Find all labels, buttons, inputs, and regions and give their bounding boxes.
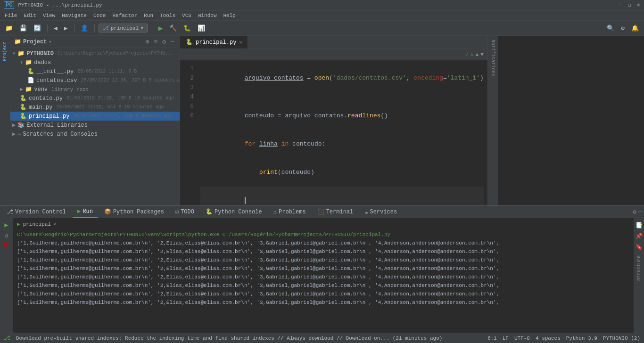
panel-locate-btn[interactable]: ⊕ — [144, 38, 151, 46]
bottom-tab-version-control[interactable]: ⎇ Version Control — [2, 206, 71, 218]
tree-item-dados[interactable]: ▾ 📁 dados — [10, 58, 180, 67]
tree-item-contatos-csv[interactable]: 📄 contatos.csv 25/05/2022 11:36, 297 B 5… — [10, 76, 180, 85]
tree-item-ext-libs[interactable]: ▶ 📚 External Libraries — [10, 121, 180, 130]
run-button[interactable]: ▶ — [156, 23, 165, 34]
root-expand-icon: ▾ — [12, 50, 16, 57]
tree-item-venv[interactable]: ▶ 📁 venv library root — [10, 85, 180, 94]
tab-principal-py[interactable]: 🐍 principal.py ✕ — [180, 36, 248, 49]
bottom-tab-python-console[interactable]: 🐍 Python Console — [201, 206, 267, 218]
bottom-tab-python-packages[interactable]: 📦 Python Packages — [99, 206, 169, 218]
tab-close-icon[interactable]: ✕ — [239, 40, 242, 45]
toolbar-back-btn[interactable]: ◀ — [51, 24, 60, 33]
dados-label: dados — [34, 59, 51, 66]
nav-up-btn[interactable]: ▲ — [476, 52, 479, 57]
toolbar-right: 🔍 ⚙ 🔔 — [604, 24, 641, 33]
minimize-button[interactable]: — — [619, 2, 622, 8]
menu-code[interactable]: Code — [91, 12, 108, 19]
tree-item-principal-py[interactable]: 🐍 principal.py 25/05/2022 11:41, 150 B M… — [10, 112, 180, 121]
line-num-6: 6 — [180, 111, 194, 121]
bookmark-icon-1[interactable]: 📑 — [635, 221, 644, 230]
main-py-icon: 🐍 — [20, 104, 27, 111]
panel-actions: ⊕ ≡ ⚙ — — [144, 38, 176, 46]
panel-collapse-btn[interactable]: ≡ — [153, 38, 159, 46]
code-line-3: conteudo = arquivo_contatos.readlines() — [200, 102, 484, 130]
settings-btn[interactable]: ⚙ — [619, 24, 627, 33]
menu-file[interactable]: File — [2, 12, 20, 19]
project-folder-icon: 📁 — [14, 38, 21, 45]
tree-item-scratches[interactable]: ▶ ✏ Scratches and Consoles — [10, 130, 180, 139]
menu-help[interactable]: Help — [221, 12, 239, 19]
menu-run[interactable]: Run — [141, 12, 156, 19]
statusbar-python[interactable]: Python 3.9 — [566, 335, 597, 341]
run-cmd-text: C:\Users\Rogério\PycharmProjects\PYTHONI… — [17, 232, 390, 237]
bottom-tab-services[interactable]: ☁ Services — [360, 206, 402, 218]
tree-item-contato-py[interactable]: 🐍 contato.py 01/04/2019 21:20, 130 B 18 … — [10, 94, 180, 103]
build-button[interactable]: 🔨 — [167, 24, 179, 33]
bottom-tab-todo[interactable]: ☑ TODO — [171, 206, 199, 218]
toolbar-forward-btn[interactable]: ▶ — [62, 24, 70, 33]
run-tab-header: ▶ principal ✕ — [17, 220, 630, 229]
menu-vcs[interactable]: VCS — [179, 12, 194, 19]
nav-down-btn[interactable]: ▼ — [480, 52, 484, 57]
rerun-btn[interactable]: ↺ — [5, 232, 8, 239]
menu-edit[interactable]: Edit — [21, 12, 39, 19]
bottom-tab-terminal[interactable]: ⬛ Terminal — [313, 206, 358, 218]
problems-icon: ⚠ — [273, 208, 277, 215]
menu-refactor[interactable]: Refactor — [109, 12, 140, 19]
structure-label[interactable]: Structure — [636, 253, 642, 283]
menu-tools[interactable]: Tools — [157, 12, 178, 19]
stop-btn[interactable]: ⏹ — [3, 241, 9, 248]
principal-py-label: principal.py — [29, 113, 69, 120]
code-line-2 — [200, 92, 484, 102]
bottom-minimize-btn[interactable]: — — [638, 208, 642, 215]
tab-py-icon: 🐍 — [186, 39, 193, 46]
bookmark-icon-3[interactable]: 🔖 — [635, 243, 644, 252]
menu-view[interactable]: View — [40, 12, 58, 19]
branch-selector[interactable]: ⎇ principal ▾ — [99, 24, 148, 33]
bottom-settings-btn[interactable]: ⚙ — [633, 208, 636, 216]
statusbar-lf[interactable]: LF — [503, 335, 509, 341]
run-command-line: C:\Users\Rogério\PycharmProjects\PYTHONI… — [17, 230, 630, 239]
menu-window[interactable]: Window — [195, 12, 220, 19]
tree-item-main-py[interactable]: 🐍 main.py 25/05/2022 11:20, 544 B 19 min… — [10, 103, 180, 112]
project-dropdown-icon[interactable]: ▾ — [49, 39, 51, 45]
tree-root[interactable]: ▾ 📁 PYTHONIO C:\Users\Rogério\PycharmPro… — [10, 49, 180, 58]
bookmarks-strip: 📑 📌 🔖 Structure — [634, 218, 644, 333]
statusbar-project[interactable]: PYTHONIO (2) — [603, 335, 640, 341]
run-output: ▶ principal ✕ C:\Users\Rogério\PycharmPr… — [13, 218, 634, 333]
toolbar-refresh-btn[interactable]: 🔄 — [31, 24, 43, 33]
bookmark-icon-2[interactable]: 📌 — [635, 232, 644, 241]
toolbar-open-btn[interactable]: 📁 — [3, 24, 15, 33]
run-tab-close[interactable]: ✕ — [54, 220, 57, 229]
console-icon: 🐍 — [206, 208, 213, 215]
menu-navigate[interactable]: Navigate — [59, 12, 90, 19]
editor-area: 🐍 principal.py ✕ ✓ 5 ▲ ▼ 1 2 — [180, 36, 487, 205]
run-controls-strip: ▶ ↺ ⏹ — [0, 218, 13, 333]
bottom-tab-run[interactable]: ▶ Run — [73, 206, 98, 218]
toolbar-user-btn[interactable]: 👤 — [78, 24, 91, 33]
search-btn[interactable]: 🔍 — [604, 24, 617, 33]
code-line-1: arquivo_contatos = open('dados/contatos.… — [200, 64, 484, 92]
toolbar-save-btn[interactable]: 💾 — [17, 24, 29, 33]
statusbar-position[interactable]: 6:1 — [487, 335, 497, 341]
statusbar-message[interactable]: Download pre-built shared indexes: Reduc… — [16, 335, 442, 341]
notifications-label[interactable]: Notifications — [490, 38, 495, 78]
maximize-button[interactable]: ☐ — [628, 1, 631, 8]
bottom-tab-problems[interactable]: ⚠ Problems — [269, 206, 311, 218]
panel-close-btn[interactable]: — — [169, 38, 176, 46]
bottom-panel-actions: ⚙ — — [633, 208, 642, 216]
code-editor[interactable]: arquivo_contatos = open('dados/contatos.… — [197, 60, 487, 205]
close-button[interactable]: ✕ — [637, 1, 640, 8]
menubar: File Edit View Navigate Code Refactor Ru… — [0, 10, 644, 21]
packages-icon: 📦 — [104, 208, 111, 215]
tree-item-init[interactable]: 🐍 __init__.py 25/05/2022 11:21, 0 B — [10, 67, 180, 76]
run-tab-name: principal — [23, 220, 51, 229]
contato-py-label: contato.py — [29, 95, 63, 102]
profile-button[interactable]: 📊 — [195, 24, 207, 33]
panel-settings-btn[interactable]: ⚙ — [161, 38, 167, 46]
statusbar-indent[interactable]: 4 spaces — [536, 335, 561, 341]
help-btn[interactable]: 🔔 — [629, 24, 641, 33]
run-again-btn[interactable]: ▶ — [3, 220, 9, 230]
statusbar-encoding[interactable]: UTF-8 — [514, 335, 530, 341]
debug-button[interactable]: 🐛 — [181, 24, 193, 33]
